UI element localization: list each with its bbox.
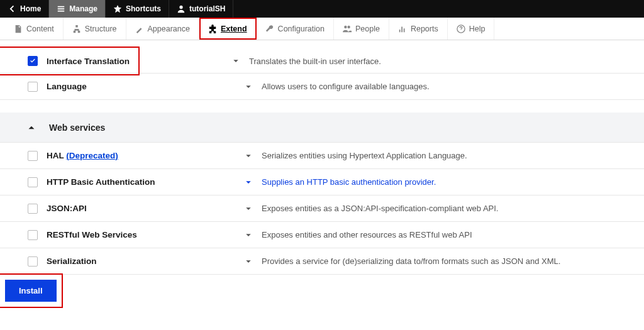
module-desc: Allows users to configure available lang… <box>262 82 430 91</box>
people-icon <box>343 25 352 33</box>
checkbox-serialization[interactable] <box>28 256 38 267</box>
module-desc: Exposes entities and other resources as … <box>262 230 472 239</box>
tab-structure-label: Structure <box>85 25 117 33</box>
module-name: HAL (Deprecated) <box>47 151 235 160</box>
wrench-icon <box>265 25 274 33</box>
checkbox-http-basic[interactable] <box>28 177 38 187</box>
toolbar-user-label: tutorialSH <box>189 4 225 13</box>
chevron-left-icon <box>8 4 16 13</box>
module-row-serialization[interactable]: Serialization Provides a service for (de… <box>0 248 644 275</box>
tab-reports[interactable]: Reports <box>389 18 448 40</box>
module-name: Serialization <box>47 256 235 266</box>
tab-structure[interactable]: Structure <box>64 18 126 40</box>
module-desc: Translates the built-in user interface. <box>249 57 381 66</box>
toolbar-shortcuts[interactable]: Shortcuts <box>106 0 169 18</box>
checkbox-interface-translation[interactable] <box>28 56 38 66</box>
install-button[interactable]: Install <box>5 280 57 302</box>
module-row-hal[interactable]: HAL (Deprecated) Serializes entities usi… <box>0 143 644 169</box>
tab-extend-label: Extend <box>221 25 247 33</box>
tab-content[interactable]: Content <box>5 18 64 40</box>
tab-content-label: Content <box>26 25 54 33</box>
module-name: JSON:API <box>47 204 235 213</box>
tab-help-label: Help <box>469 25 486 33</box>
tab-appearance[interactable]: Appearance <box>126 18 199 40</box>
tab-configuration-label: Configuration <box>278 25 325 33</box>
module-group-web-services[interactable]: Web services <box>0 113 644 143</box>
checkbox-jsonapi[interactable] <box>28 204 38 214</box>
admin-tabs: Content Structure Appearance Extend Conf… <box>0 18 644 40</box>
group-title: Web services <box>49 123 105 133</box>
toolbar-manage-label: Manage <box>69 4 97 13</box>
admin-toolbar: Home Manage Shortcuts tutorialSH <box>0 0 644 18</box>
module-row-http-basic-auth[interactable]: HTTP Basic Authentication Supplies an HT… <box>0 169 644 195</box>
chevron-down-icon[interactable] <box>244 258 253 265</box>
star-icon <box>113 4 122 13</box>
tab-appearance-label: Appearance <box>148 25 190 33</box>
tab-extend[interactable]: Extend <box>199 18 257 40</box>
tab-help[interactable]: Help <box>448 18 495 40</box>
toolbar-user[interactable]: tutorialSH <box>169 0 233 18</box>
module-desc: Provides a service for (de)serializing d… <box>262 256 560 266</box>
module-row-interface-translation[interactable]: Interface Translation <box>0 48 138 74</box>
module-desc: Serializes entities using Hypertext Appl… <box>262 151 467 160</box>
module-name: Interface Translation <box>47 57 130 66</box>
puzzle-icon <box>208 25 217 33</box>
deprecated-link[interactable]: (Deprecated) <box>66 151 118 160</box>
chevron-down-icon[interactable] <box>244 153 253 159</box>
structure-icon <box>72 25 81 33</box>
checkbox-rest[interactable] <box>28 230 38 240</box>
toolbar-home-label: Home <box>20 4 41 13</box>
module-desc: Supplies an HTTP basic authentication pr… <box>262 177 436 187</box>
chevron-down-icon[interactable] <box>244 179 253 185</box>
module-name: Language <box>47 82 235 91</box>
toolbar-shortcuts-label: Shortcuts <box>126 4 161 13</box>
chart-icon <box>398 25 407 33</box>
module-row-language[interactable]: Language Allows users to configure avail… <box>0 74 644 100</box>
module-row-jsonapi[interactable]: JSON:API Exposes entities as a JSON:API-… <box>0 195 644 222</box>
toolbar-manage[interactable]: Manage <box>49 0 106 18</box>
module-name: HTTP Basic Authentication <box>47 177 235 187</box>
chevron-down-icon[interactable] <box>231 58 240 64</box>
tab-people[interactable]: People <box>334 18 389 40</box>
chevron-down-icon[interactable] <box>244 232 253 238</box>
user-icon <box>177 4 186 13</box>
wand-icon <box>135 25 144 33</box>
chevron-up-icon <box>28 124 36 131</box>
tab-reports-label: Reports <box>411 25 438 33</box>
menu-icon <box>57 4 65 13</box>
install-button-highlight: Install <box>0 275 62 307</box>
tab-people-label: People <box>355 25 380 33</box>
help-icon <box>457 25 465 33</box>
document-icon <box>14 25 23 33</box>
checkbox-hal[interactable] <box>28 151 38 161</box>
modules-list: Interface Translation Translates the bui… <box>0 40 644 326</box>
chevron-down-icon[interactable] <box>244 84 253 90</box>
module-name: RESTful Web Services <box>47 230 235 239</box>
module-desc: Exposes entities as a JSON:API-specifica… <box>262 204 498 213</box>
module-desc-row: Translates the built-in user interface. <box>138 48 644 74</box>
module-row-rest[interactable]: RESTful Web Services Exposes entities an… <box>0 222 644 248</box>
chevron-down-icon[interactable] <box>244 206 253 212</box>
tab-configuration[interactable]: Configuration <box>257 18 334 40</box>
toolbar-home[interactable]: Home <box>0 0 49 18</box>
checkbox-language[interactable] <box>28 82 38 92</box>
